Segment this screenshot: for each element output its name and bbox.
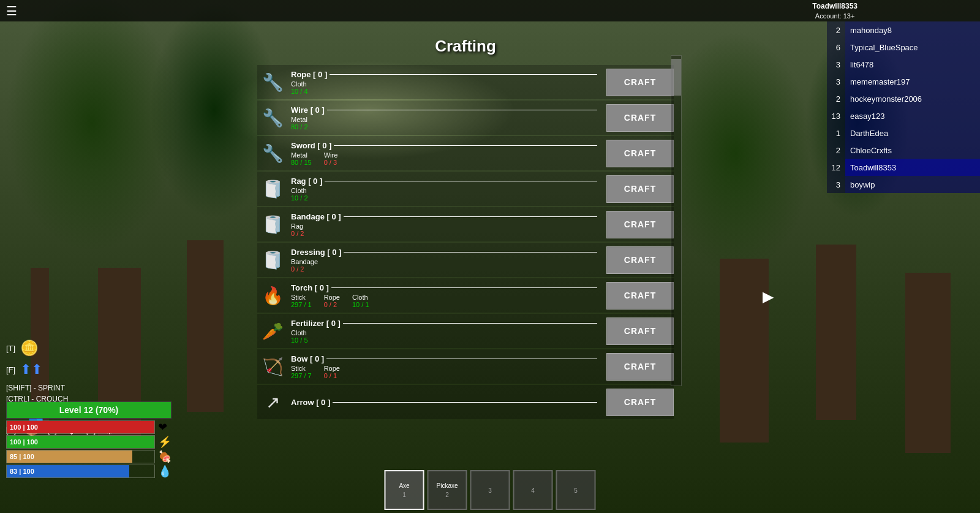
craft-button[interactable]: CRAFT (606, 211, 674, 238)
ingredient-count: 297 / 7 (291, 372, 312, 379)
ingredient-count: 0 / 2 (291, 230, 304, 237)
craft-name-line (333, 402, 597, 403)
ingredient-count: 0 / 2 (291, 265, 318, 273)
hunger-icon: 🍖 (158, 450, 172, 463)
t-key: [T] (6, 344, 15, 353)
ingredient-name: Stick (291, 365, 312, 372)
crafting-list: 🔧Rope [ 0 ]Cloth10 / 4CRAFT🔧Wire [ 0 ]Me… (257, 65, 674, 419)
ingredient-item: Cloth10 / 2 (291, 187, 308, 202)
craft-item-icon: ↗ (257, 387, 288, 417)
menu-icon[interactable]: ☰ (6, 4, 17, 18)
score-num: 2 (827, 142, 845, 159)
ingredient-count: 0 / 2 (324, 301, 340, 308)
craft-item-icon: 🔧 (257, 67, 288, 97)
score-name: Toadwill8353 (845, 159, 980, 176)
score-row: 2hockeymonster2006 (827, 90, 980, 107)
craft-row: 🔧Sword [ 0 ]Metal80 / 15Wire0 / 3CRAFT (257, 136, 674, 170)
craft-ingredients: Metal80 / 15Wire0 / 3 (291, 151, 597, 166)
craft-item-icon: 🔧 (257, 138, 288, 169)
score-row: 12Toadwill8353 (827, 159, 980, 176)
craft-button[interactable]: CRAFT (606, 104, 674, 132)
craft-name-line (331, 287, 597, 288)
craft-ingredients: Stick297 / 7Rope0 / 1 (291, 365, 597, 379)
hotbar-slot[interactable]: 3 (470, 470, 510, 510)
craft-item-name: Bandage [ 0 ] (291, 212, 341, 221)
craft-button[interactable]: CRAFT (606, 353, 674, 381)
craft-name-bar: Arrow [ 0 ] (291, 398, 597, 407)
score-row: 3lit6478 (827, 56, 980, 73)
hotbar-slot[interactable]: 4 (513, 470, 553, 510)
craft-item-icon: 🔧 (257, 102, 288, 133)
score-row: 3mememaster197 (827, 73, 980, 90)
stat-bars: Level 12 (70%) 100 | 100 ❤ 100 | 100 ⚡ 8… (6, 401, 172, 479)
ingredient-name: Rag (291, 222, 304, 230)
craft-button[interactable]: CRAFT (606, 140, 674, 167)
ingredient-item: Stick297 / 1 (291, 294, 312, 308)
player-name: Toadwill8353 (812, 1, 858, 12)
score-row: 13easay123 (827, 107, 980, 124)
ingredient-count: 0 / 3 (324, 159, 338, 166)
craft-item-name: Bow [ 0 ] (291, 354, 324, 363)
craft-item-info: Fertilizer [ 0 ]Cloth10 / 5 (288, 317, 600, 345)
hp-bar-row: 100 | 100 ❤ (6, 420, 172, 434)
craft-ingredients: Cloth10 / 5 (291, 329, 597, 344)
hotbar-slot[interactable]: 5 (556, 470, 596, 510)
ingredient-count: 297 / 1 (291, 301, 312, 308)
ingredient-item: Cloth10 / 4 (291, 80, 308, 95)
ingredient-name: Cloth (291, 80, 308, 88)
hp-text: 100 | 100 (7, 421, 154, 433)
ingredient-item: Cloth10 / 1 (352, 294, 369, 308)
ingredient-name: Stick (291, 294, 312, 301)
ingredient-count: 10 / 1 (352, 301, 369, 308)
craft-name-bar: Torch [ 0 ] (291, 283, 597, 292)
craft-row: 🧻Dressing [ 0 ]Bandage0 / 2CRAFT (257, 243, 674, 277)
craft-item-info: Rag [ 0 ]Cloth10 / 2 (288, 175, 600, 203)
craft-name-line (327, 110, 597, 110)
chest-icon: 🪙 (20, 340, 39, 357)
craft-item-icon: 🏹 (257, 351, 288, 382)
water-bar-row: 83 | 100 💧 (6, 465, 172, 478)
water-bar: 83 | 100 (6, 465, 155, 478)
craft-button[interactable]: CRAFT (606, 317, 674, 345)
craft-row: 🧻Rag [ 0 ]Cloth10 / 2CRAFT (257, 172, 674, 206)
crafting-scrollbar[interactable] (671, 55, 682, 386)
level-bar: Level 12 (70%) (6, 401, 172, 419)
craft-button[interactable]: CRAFT (606, 69, 674, 96)
craft-name-line (326, 359, 597, 359)
score-num: 3 (827, 176, 845, 193)
craft-name-line (343, 323, 597, 324)
craft-row: 🧻Bandage [ 0 ]Rag0 / 2CRAFT (257, 207, 674, 241)
ingredient-item: Wire0 / 3 (324, 151, 338, 166)
craft-item-info: Sword [ 0 ]Metal80 / 15Wire0 / 3 (288, 140, 600, 167)
score-name: lit6478 (845, 56, 980, 73)
craft-item-name: Sword [ 0 ] (291, 141, 331, 150)
craft-row: 🔧Rope [ 0 ]Cloth10 / 4CRAFT (257, 65, 674, 99)
craft-item-name: Wire [ 0 ] (291, 105, 325, 115)
ingredient-item: Rag0 / 2 (291, 222, 304, 237)
craft-name-bar: Bandage [ 0 ] (291, 212, 597, 221)
craft-button[interactable]: CRAFT (606, 282, 674, 310)
score-row: 2mahonday8 (827, 21, 980, 39)
crafting-title: Crafting (257, 37, 674, 56)
craft-item-name: Arrow [ 0 ] (291, 398, 330, 407)
score-name: easay123 (845, 107, 980, 124)
craft-button[interactable]: CRAFT (606, 246, 674, 274)
hotbar-slot[interactable]: Axe1 (385, 470, 424, 510)
hp-bar: 100 | 100 (6, 420, 155, 434)
ingredient-count: 0 / 1 (324, 372, 340, 379)
craft-button[interactable]: CRAFT (606, 389, 674, 416)
craft-name-line (334, 145, 597, 146)
account-info: Account: 13+ (812, 12, 858, 21)
ingredient-count: 80 / 2 (291, 123, 308, 131)
score-name: mememaster197 (845, 73, 980, 90)
ingredient-count: 10 / 5 (291, 336, 308, 344)
craft-ingredients: Cloth10 / 2 (291, 187, 597, 202)
scrollbar-thumb[interactable] (671, 59, 681, 96)
craft-button[interactable]: CRAFT (606, 175, 674, 203)
craft-ingredients: Cloth10 / 4 (291, 80, 597, 95)
ingredient-name: Cloth (291, 329, 308, 336)
crafting-panel: Crafting 🔧Rope [ 0 ]Cloth10 / 4CRAFT🔧Wir… (257, 37, 674, 419)
craft-item-icon: 🧻 (257, 173, 288, 204)
craft-item-icon: 🥕 (257, 316, 288, 346)
hotbar-slot[interactable]: Pickaxe2 (428, 470, 467, 510)
